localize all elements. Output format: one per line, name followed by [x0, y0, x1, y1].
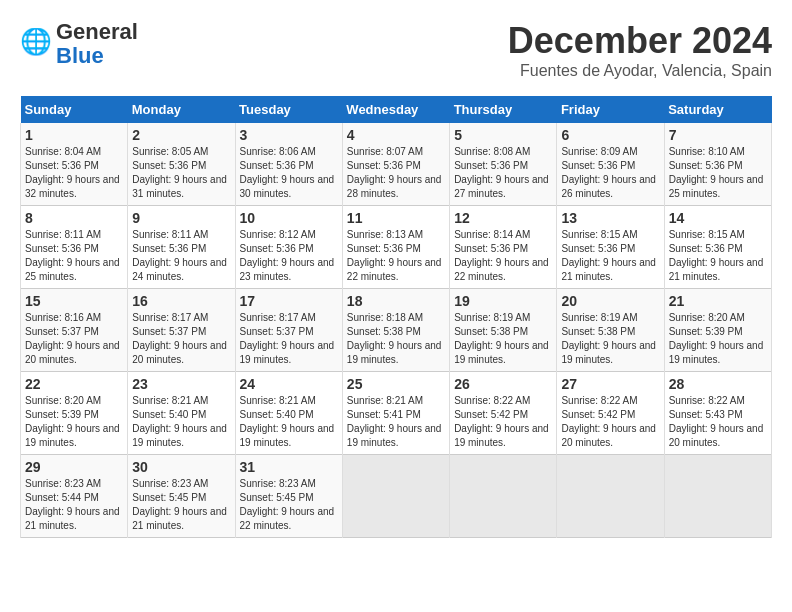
table-row	[450, 455, 557, 538]
daylight-label: Daylight: 9 hours and 19 minutes.	[25, 423, 120, 448]
day-info: Sunrise: 8:04 AM Sunset: 5:36 PM Dayligh…	[25, 145, 123, 201]
sunrise-label: Sunrise: 8:06 AM	[240, 146, 316, 157]
daylight-label: Daylight: 9 hours and 22 minutes.	[454, 257, 549, 282]
sunset-label: Sunset: 5:40 PM	[240, 409, 314, 420]
table-row: 7 Sunrise: 8:10 AM Sunset: 5:36 PM Dayli…	[664, 123, 771, 206]
calendar-week-row: 29 Sunrise: 8:23 AM Sunset: 5:44 PM Dayl…	[21, 455, 772, 538]
day-number: 19	[454, 293, 552, 309]
table-row: 22 Sunrise: 8:20 AM Sunset: 5:39 PM Dayl…	[21, 372, 128, 455]
table-row: 19 Sunrise: 8:19 AM Sunset: 5:38 PM Dayl…	[450, 289, 557, 372]
day-info: Sunrise: 8:15 AM Sunset: 5:36 PM Dayligh…	[669, 228, 767, 284]
table-row: 21 Sunrise: 8:20 AM Sunset: 5:39 PM Dayl…	[664, 289, 771, 372]
daylight-label: Daylight: 9 hours and 24 minutes.	[132, 257, 227, 282]
table-row: 17 Sunrise: 8:17 AM Sunset: 5:37 PM Dayl…	[235, 289, 342, 372]
daylight-label: Daylight: 9 hours and 20 minutes.	[669, 423, 764, 448]
day-number: 3	[240, 127, 338, 143]
sunrise-label: Sunrise: 8:19 AM	[454, 312, 530, 323]
day-info: Sunrise: 8:12 AM Sunset: 5:36 PM Dayligh…	[240, 228, 338, 284]
daylight-label: Daylight: 9 hours and 21 minutes.	[25, 506, 120, 531]
sunset-label: Sunset: 5:37 PM	[240, 326, 314, 337]
day-number: 6	[561, 127, 659, 143]
table-row: 8 Sunrise: 8:11 AM Sunset: 5:36 PM Dayli…	[21, 206, 128, 289]
page-subtitle: Fuentes de Ayodar, Valencia, Spain	[508, 62, 772, 80]
table-row: 3 Sunrise: 8:06 AM Sunset: 5:36 PM Dayli…	[235, 123, 342, 206]
day-number: 22	[25, 376, 123, 392]
day-number: 23	[132, 376, 230, 392]
day-info: Sunrise: 8:10 AM Sunset: 5:36 PM Dayligh…	[669, 145, 767, 201]
table-row: 5 Sunrise: 8:08 AM Sunset: 5:36 PM Dayli…	[450, 123, 557, 206]
day-number: 25	[347, 376, 445, 392]
day-info: Sunrise: 8:22 AM Sunset: 5:43 PM Dayligh…	[669, 394, 767, 450]
sunset-label: Sunset: 5:36 PM	[669, 243, 743, 254]
daylight-label: Daylight: 9 hours and 19 minutes.	[454, 340, 549, 365]
day-info: Sunrise: 8:17 AM Sunset: 5:37 PM Dayligh…	[132, 311, 230, 367]
logo-icon: 🌐	[20, 28, 52, 60]
day-info: Sunrise: 8:22 AM Sunset: 5:42 PM Dayligh…	[454, 394, 552, 450]
day-info: Sunrise: 8:20 AM Sunset: 5:39 PM Dayligh…	[669, 311, 767, 367]
daylight-label: Daylight: 9 hours and 25 minutes.	[669, 174, 764, 199]
table-row: 9 Sunrise: 8:11 AM Sunset: 5:36 PM Dayli…	[128, 206, 235, 289]
calendar-table: Sunday Monday Tuesday Wednesday Thursday…	[20, 96, 772, 538]
daylight-label: Daylight: 9 hours and 30 minutes.	[240, 174, 335, 199]
table-row: 14 Sunrise: 8:15 AM Sunset: 5:36 PM Dayl…	[664, 206, 771, 289]
sunset-label: Sunset: 5:36 PM	[347, 160, 421, 171]
logo-blue: Blue	[56, 43, 104, 68]
day-number: 17	[240, 293, 338, 309]
sunrise-label: Sunrise: 8:11 AM	[132, 229, 208, 240]
sunrise-label: Sunrise: 8:22 AM	[561, 395, 637, 406]
daylight-label: Daylight: 9 hours and 22 minutes.	[347, 257, 442, 282]
day-info: Sunrise: 8:19 AM Sunset: 5:38 PM Dayligh…	[561, 311, 659, 367]
table-row: 11 Sunrise: 8:13 AM Sunset: 5:36 PM Dayl…	[342, 206, 449, 289]
calendar-week-row: 8 Sunrise: 8:11 AM Sunset: 5:36 PM Dayli…	[21, 206, 772, 289]
table-row: 31 Sunrise: 8:23 AM Sunset: 5:45 PM Dayl…	[235, 455, 342, 538]
sunset-label: Sunset: 5:39 PM	[669, 326, 743, 337]
sunrise-label: Sunrise: 8:21 AM	[132, 395, 208, 406]
day-info: Sunrise: 8:14 AM Sunset: 5:36 PM Dayligh…	[454, 228, 552, 284]
sunrise-label: Sunrise: 8:14 AM	[454, 229, 530, 240]
table-row: 29 Sunrise: 8:23 AM Sunset: 5:44 PM Dayl…	[21, 455, 128, 538]
calendar-week-row: 15 Sunrise: 8:16 AM Sunset: 5:37 PM Dayl…	[21, 289, 772, 372]
table-row: 10 Sunrise: 8:12 AM Sunset: 5:36 PM Dayl…	[235, 206, 342, 289]
sunset-label: Sunset: 5:36 PM	[132, 243, 206, 254]
day-info: Sunrise: 8:09 AM Sunset: 5:36 PM Dayligh…	[561, 145, 659, 201]
day-info: Sunrise: 8:21 AM Sunset: 5:41 PM Dayligh…	[347, 394, 445, 450]
day-number: 5	[454, 127, 552, 143]
daylight-label: Daylight: 9 hours and 19 minutes.	[240, 423, 335, 448]
day-number: 11	[347, 210, 445, 226]
daylight-label: Daylight: 9 hours and 28 minutes.	[347, 174, 442, 199]
daylight-label: Daylight: 9 hours and 20 minutes.	[132, 340, 227, 365]
title-block: December 2024 Fuentes de Ayodar, Valenci…	[508, 20, 772, 80]
header-saturday: Saturday	[664, 96, 771, 123]
day-number: 26	[454, 376, 552, 392]
logo-general: General	[56, 19, 138, 44]
sunset-label: Sunset: 5:42 PM	[454, 409, 528, 420]
day-number: 16	[132, 293, 230, 309]
day-info: Sunrise: 8:11 AM Sunset: 5:36 PM Dayligh…	[25, 228, 123, 284]
day-number: 8	[25, 210, 123, 226]
sunset-label: Sunset: 5:44 PM	[25, 492, 99, 503]
sunrise-label: Sunrise: 8:20 AM	[669, 312, 745, 323]
sunrise-label: Sunrise: 8:07 AM	[347, 146, 423, 157]
calendar-week-row: 1 Sunrise: 8:04 AM Sunset: 5:36 PM Dayli…	[21, 123, 772, 206]
table-row: 20 Sunrise: 8:19 AM Sunset: 5:38 PM Dayl…	[557, 289, 664, 372]
table-row: 27 Sunrise: 8:22 AM Sunset: 5:42 PM Dayl…	[557, 372, 664, 455]
sunrise-label: Sunrise: 8:12 AM	[240, 229, 316, 240]
daylight-label: Daylight: 9 hours and 19 minutes.	[347, 340, 442, 365]
day-number: 1	[25, 127, 123, 143]
day-number: 14	[669, 210, 767, 226]
table-row	[557, 455, 664, 538]
sunset-label: Sunset: 5:45 PM	[240, 492, 314, 503]
daylight-label: Daylight: 9 hours and 22 minutes.	[240, 506, 335, 531]
sunset-label: Sunset: 5:36 PM	[240, 243, 314, 254]
table-row: 23 Sunrise: 8:21 AM Sunset: 5:40 PM Dayl…	[128, 372, 235, 455]
sunset-label: Sunset: 5:36 PM	[132, 160, 206, 171]
table-row: 13 Sunrise: 8:15 AM Sunset: 5:36 PM Dayl…	[557, 206, 664, 289]
sunrise-label: Sunrise: 8:21 AM	[347, 395, 423, 406]
daylight-label: Daylight: 9 hours and 20 minutes.	[561, 423, 656, 448]
daylight-label: Daylight: 9 hours and 19 minutes.	[347, 423, 442, 448]
day-number: 29	[25, 459, 123, 475]
sunset-label: Sunset: 5:38 PM	[454, 326, 528, 337]
header-wednesday: Wednesday	[342, 96, 449, 123]
sunrise-label: Sunrise: 8:17 AM	[240, 312, 316, 323]
sunrise-label: Sunrise: 8:09 AM	[561, 146, 637, 157]
